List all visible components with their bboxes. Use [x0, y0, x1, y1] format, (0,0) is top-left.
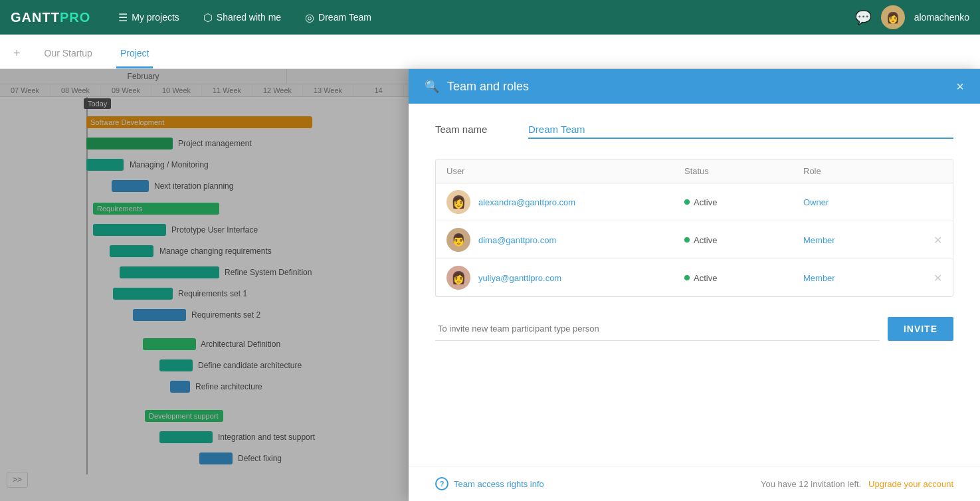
modal-footer: ? Team access rights info You have 12 in… [409, 466, 980, 501]
invitations-text: You have 12 invitation left. [761, 479, 861, 489]
access-rights-link[interactable]: ? Team access rights info [435, 477, 544, 490]
member-remove-button[interactable]: ✕ [922, 272, 942, 284]
member-row: 👨 dima@ganttpro.com Active Member ✕ [436, 221, 953, 259]
nav-my-projects[interactable]: ☰ My projects [109, 7, 189, 28]
nav-dream-team-label: Dream Team [318, 12, 371, 23]
member-email-text: dima@ganttpro.com [478, 235, 556, 245]
team-roles-modal: 🔍 Team and roles × Team name Dream Team … [409, 69, 980, 501]
member-avatar: 👩 [446, 266, 470, 290]
search-icon: 🔍 [425, 79, 439, 94]
modal-header: 🔍 Team and roles × [409, 69, 980, 104]
team-name-row: Team name Dream Team [435, 124, 953, 139]
projects-icon: ☰ [118, 11, 128, 24]
member-user-cell: 👨 dima@ganttpro.com [446, 228, 684, 252]
modal-title: Team and roles [447, 80, 948, 94]
add-tab-button[interactable]: + [13, 39, 21, 68]
logo: GANTTPRO [11, 10, 90, 25]
main-area: February March 07 Week 08 Week 09 Week 1… [0, 69, 980, 501]
modal-body: Team name Dream Team User Status Role 👩 [409, 104, 980, 466]
status-dot-active [684, 237, 690, 243]
members-table-header: User Status Role [436, 159, 953, 183]
status-dot-active [684, 275, 690, 280]
shared-icon: ⬡ [203, 11, 213, 24]
invite-row: INVITE [435, 317, 953, 341]
invite-button[interactable]: INVITE [888, 317, 953, 341]
top-navigation: GANTTPRO ☰ My projects ⬡ Shared with me … [0, 0, 980, 35]
member-status-text: Active [694, 197, 717, 207]
team-name-label: Team name [435, 124, 502, 135]
member-avatar: 👩 [446, 190, 470, 214]
member-avatar: 👨 [446, 228, 470, 252]
col-header-status: Status [684, 166, 803, 176]
col-header-user: User [446, 166, 684, 176]
member-status-text: Active [694, 273, 717, 283]
member-role: Owner [803, 197, 922, 207]
nav-right-area: 💬 👩 alomachenko [855, 5, 969, 29]
member-email-text: yuliya@ganttlpro.com [478, 273, 561, 283]
team-icon: ◎ [305, 11, 314, 24]
nav-my-projects-label: My projects [132, 12, 179, 23]
access-rights-label: Team access rights info [454, 479, 544, 489]
member-role: Member [803, 235, 922, 245]
member-user-cell: 👩 alexandra@ganttpro.com [446, 190, 684, 214]
member-role: Member [803, 273, 922, 283]
member-status: Active [684, 273, 803, 283]
member-remove-button[interactable]: ✕ [922, 234, 942, 247]
tab-our-startup[interactable]: Our Startup [41, 40, 96, 68]
nav-shared-with-me[interactable]: ⬡ Shared with me [194, 7, 290, 28]
member-status-text: Active [694, 235, 717, 245]
status-dot-active [684, 199, 690, 205]
col-header-role: Role [803, 166, 922, 176]
user-avatar[interactable]: 👩 [881, 5, 905, 29]
team-name-value: Dream Team [528, 124, 953, 139]
close-modal-button[interactable]: × [956, 79, 964, 94]
username: alomachenko [914, 12, 969, 23]
member-status: Active [684, 235, 803, 245]
tab-project[interactable]: Project [116, 40, 153, 68]
member-row: 👩 yuliya@ganttlpro.com Active Member ✕ [436, 259, 953, 296]
member-user-cell: 👩 yuliya@ganttlpro.com [446, 266, 684, 290]
member-row: 👩 alexandra@ganttpro.com Active Owner [436, 183, 953, 221]
members-table: User Status Role 👩 alexandra@ganttpro.co… [435, 159, 953, 297]
invite-input[interactable] [435, 317, 880, 341]
modal-overlay: 🔍 Team and roles × Team name Dream Team … [0, 69, 980, 501]
nav-shared-label: Shared with me [217, 12, 281, 23]
upgrade-link[interactable]: Upgrade your account [868, 479, 953, 489]
tabs-bar: + Our Startup Project [0, 35, 980, 69]
nav-dream-team[interactable]: ◎ Dream Team [296, 7, 381, 28]
messages-icon[interactable]: 💬 [855, 9, 872, 25]
member-status: Active [684, 197, 803, 207]
member-email-text: alexandra@ganttpro.com [478, 197, 575, 207]
col-header-action [922, 166, 942, 176]
footer-invitations: You have 12 invitation left. Upgrade you… [761, 479, 953, 489]
help-icon: ? [435, 477, 448, 490]
